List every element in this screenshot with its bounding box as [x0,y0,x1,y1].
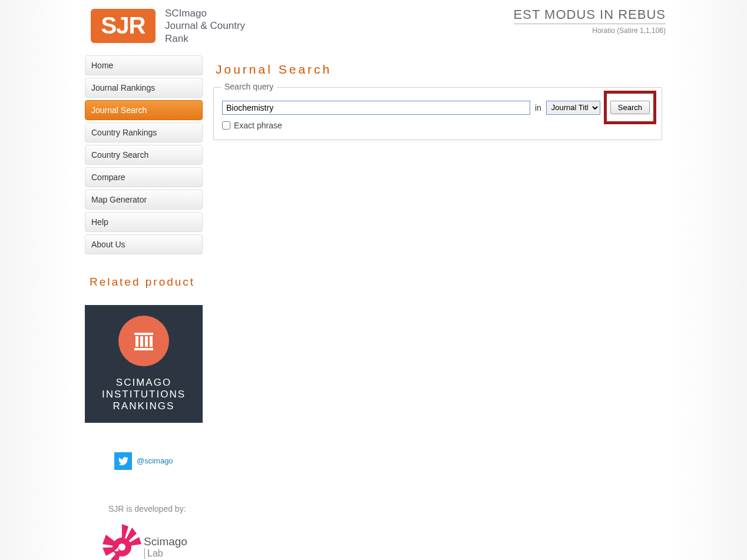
pillar-icon [131,328,157,354]
twitter-handle: @scimago [137,456,173,465]
svg-rect-1 [135,336,138,347]
in-label: in [535,103,541,112]
twitter-icon [114,452,132,470]
search-button[interactable]: Search [610,101,650,114]
logo-badge[interactable]: SJR [91,9,156,43]
twitter-link[interactable]: @scimago [114,452,203,470]
promo-line2: INSTITUTIONS [102,389,186,400]
sidebar-item-home[interactable]: Home [85,55,203,75]
main-content: Journal Search Search query in Journal T… [213,55,662,560]
sidebar: Home Journal Rankings Journal Search Cou… [85,55,203,560]
sidebar-item-map-generator[interactable]: Map Generator [85,190,203,210]
sidebar-item-country-search[interactable]: Country Search [85,145,203,165]
logo-line3: Rank [165,32,245,45]
sidebar-item-journal-rankings[interactable]: Journal Rankings [85,78,203,98]
search-input[interactable] [222,101,530,115]
motto-citation: Horatio (Satire 1,1,106) [514,26,666,35]
promo-institutions-rankings[interactable]: SCIMAGO INSTITUTIONS RANKINGS [85,305,203,423]
sidebar-item-about-us[interactable]: About Us [85,234,203,254]
lab-sub: Lab [144,548,187,559]
lab-burst-icon [103,523,141,560]
svg-rect-0 [134,333,153,335]
scimago-lab-logo[interactable]: Scimago Lab [103,523,203,560]
promo-line1: SCIMAGO [116,377,171,389]
promo-line3: RANKINGS [113,400,175,412]
sidebar-item-journal-search[interactable]: Journal Search [85,100,203,120]
sidebar-item-help[interactable]: Help [85,212,203,232]
institution-icon [118,316,169,366]
developed-by-label: SJR is developed by: [108,504,203,513]
sidebar-item-country-rankings[interactable]: Country Rankings [85,122,203,143]
svg-rect-4 [150,336,153,347]
sidebar-item-compare[interactable]: Compare [85,167,203,187]
svg-rect-5 [134,348,153,350]
exact-phrase-label: Exact phrase [234,121,282,130]
related-product-title: Related product [90,276,203,289]
svg-rect-3 [145,336,148,347]
lab-name: Scimago [144,535,187,548]
logo-line1: SCImago [165,7,245,19]
exact-phrase-checkbox[interactable] [222,121,230,130]
motto: EST MODUS IN REBUS [514,7,666,24]
logo-line2: Journal & Country [165,19,245,32]
page-title: Journal Search [216,62,662,77]
header: SJR SCImago Journal & Country Rank EST M… [79,7,668,51]
svg-point-7 [118,544,125,551]
search-button-highlight: Search [604,91,656,124]
logo-text: SCImago Journal & Country Rank [165,7,245,45]
search-query-fieldset: Search query in Journal Title Search Exa… [213,87,662,140]
svg-rect-2 [140,336,143,347]
fieldset-legend: Search query [221,82,277,91]
search-scope-select[interactable]: Journal Title [546,101,600,115]
